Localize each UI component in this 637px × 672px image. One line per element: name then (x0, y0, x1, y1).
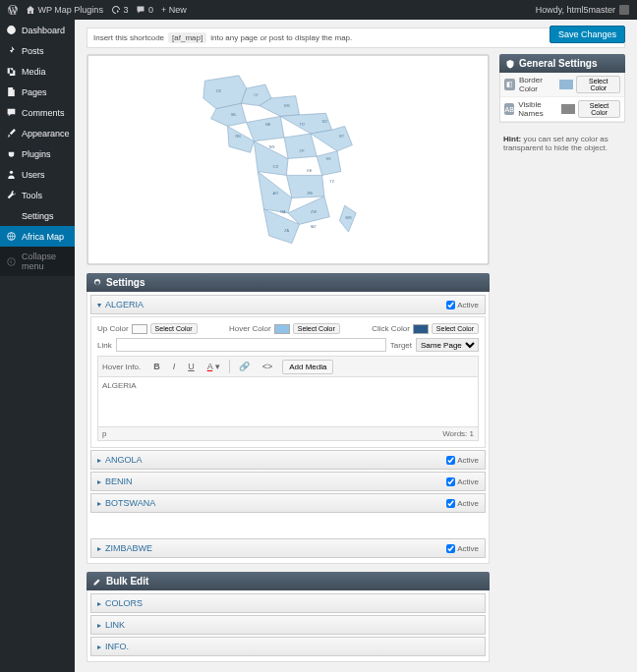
svg-text:MZ: MZ (311, 225, 317, 229)
africa-map-svg: DZLYEG MLNETDSDET GNNGCFSS CDKETZ AOZMNA… (145, 62, 431, 258)
sidebar-item-africa-map[interactable]: Africa Map (0, 226, 75, 247)
svg-text:AO: AO (273, 191, 279, 195)
hint-text: Hint: you can set any color as transpare… (499, 131, 625, 156)
svg-text:ZW: ZW (311, 209, 317, 213)
edit-icon (92, 577, 102, 587)
svg-text:DZ: DZ (216, 88, 222, 92)
select-color-button[interactable]: Select Color (293, 323, 340, 334)
avatar[interactable] (619, 5, 629, 15)
shield-icon (505, 59, 515, 69)
hover-info-editor: Hover Info. B I U A ▾ 🔗 <> Add Media (97, 356, 479, 441)
border-icon: ◧ (504, 79, 515, 90)
text-color-button[interactable]: A ▾ (202, 359, 226, 374)
svg-text:TZ: TZ (329, 180, 334, 184)
link-button[interactable]: 🔗 (233, 359, 256, 374)
sidebar-item-comments[interactable]: Comments (0, 102, 75, 123)
shortcode-code: [af_map] (168, 32, 206, 43)
sidebar-item-media[interactable]: Media (0, 61, 75, 82)
hover-info-label: Hover Info. (102, 363, 141, 371)
comments-count: 0 (148, 5, 153, 15)
globe-icon (6, 231, 17, 242)
svg-text:EG: EG (284, 104, 290, 108)
italic-button[interactable]: I (167, 359, 182, 374)
svg-text:MG: MG (345, 216, 351, 220)
settings-panel-head: Settings (87, 273, 490, 292)
expand-icon: ▸ (97, 544, 101, 553)
country-botswana[interactable]: ▸BOTSWANAActive (90, 493, 486, 513)
svg-point-2 (8, 257, 16, 265)
svg-text:CD: CD (273, 164, 279, 168)
updates-count: 3 (123, 5, 128, 15)
sidebar-item-appearance[interactable]: Appearance (0, 123, 75, 143)
underline-button[interactable]: U (182, 359, 201, 374)
media-icon (6, 66, 17, 77)
comments-icon (6, 107, 17, 118)
text-icon: AB (504, 103, 514, 115)
dashboard-icon (6, 25, 17, 35)
names-color-swatch[interactable] (561, 104, 575, 114)
link-input[interactable] (116, 338, 386, 352)
content-area: Save Changes Insert this shortcode [af_m… (75, 20, 637, 672)
expand-icon: ▸ (97, 456, 101, 465)
shortcode-notice: Insert this shortcode [af_map] into any … (87, 28, 625, 48)
country-benin[interactable]: ▸BENINActive (90, 472, 486, 491)
editor-content[interactable]: ALGERIA (98, 377, 478, 426)
sidebar-item-users[interactable]: Users (0, 164, 75, 185)
sidebar-item-posts[interactable]: Posts (0, 40, 75, 61)
expand-icon: ▸ (97, 621, 101, 630)
collapse-icon (6, 256, 17, 267)
country-algeria[interactable]: ▾ALGERIAActive (90, 295, 486, 314)
sidebar-item-dashboard[interactable]: Dashboard (0, 20, 75, 40)
click-color-swatch[interactable] (413, 324, 429, 334)
brush-icon (6, 128, 17, 139)
country-angola[interactable]: ▸ANGOLAActive (90, 450, 486, 470)
wordpress-icon[interactable] (8, 5, 18, 15)
sidebar-item-tools[interactable]: Tools (0, 185, 75, 205)
svg-text:TD: TD (300, 123, 305, 127)
active-checkbox[interactable] (446, 499, 455, 508)
wrench-icon (6, 190, 17, 200)
visible-names-row: ABVisible NamesSelect Color (500, 97, 624, 122)
svg-text:ZA: ZA (284, 229, 289, 233)
sidebar-collapse[interactable]: Collapse menu (0, 247, 75, 276)
select-color-button[interactable]: Select Color (578, 100, 620, 118)
editor-path: p (102, 429, 106, 438)
pages-icon (6, 86, 17, 97)
collapse-icon: ▾ (97, 301, 101, 309)
svg-point-0 (10, 171, 13, 174)
active-checkbox[interactable] (446, 477, 455, 486)
plug-icon (6, 148, 17, 159)
select-color-button[interactable]: Select Color (150, 323, 198, 334)
svg-text:SD: SD (322, 119, 328, 123)
updates-icon (111, 5, 121, 15)
target-select[interactable]: Same Page (416, 338, 479, 352)
border-color-swatch[interactable] (559, 80, 574, 89)
svg-text:SS: SS (325, 157, 331, 161)
svg-text:NE: NE (265, 123, 271, 127)
select-color-button[interactable]: Select Color (576, 76, 620, 93)
select-color-button[interactable]: Select Color (432, 323, 479, 334)
hover-color-swatch[interactable] (274, 324, 290, 334)
sidebar-item-plugins[interactable]: Plugins (0, 143, 75, 164)
sidebar-item-pages[interactable]: Pages (0, 82, 75, 102)
bulk-link[interactable]: ▸LINK (90, 615, 486, 635)
active-checkbox[interactable] (446, 544, 455, 553)
bulk-colors[interactable]: ▸COLORS (90, 593, 486, 613)
gear-icon (92, 278, 102, 288)
sidebar-item-settings[interactable]: Settings (0, 205, 75, 226)
bulk-info[interactable]: ▸INFO. (90, 637, 486, 656)
add-media-button[interactable]: Add Media (282, 360, 333, 374)
map-preview[interactable]: DZLYEG MLNETDSDET GNNGCFSS CDKETZ AOZMNA… (87, 54, 490, 265)
bold-button[interactable]: B (147, 359, 166, 374)
country-zimbabwe[interactable]: ▸ZIMBABWEActive (90, 538, 486, 558)
up-color-swatch[interactable] (132, 324, 147, 334)
active-checkbox[interactable] (446, 301, 455, 309)
expand-icon: ▸ (97, 499, 101, 508)
site-name: WP Map Plugins (38, 5, 103, 15)
svg-text:GN: GN (235, 134, 241, 138)
border-color-row: ◧Border ColorSelect Color (500, 73, 624, 97)
howdy-text[interactable]: Howdy, html5master (536, 5, 615, 15)
save-changes-button[interactable]: Save Changes (550, 26, 625, 43)
active-checkbox[interactable] (446, 456, 455, 465)
code-button[interactable]: <> (257, 359, 279, 374)
